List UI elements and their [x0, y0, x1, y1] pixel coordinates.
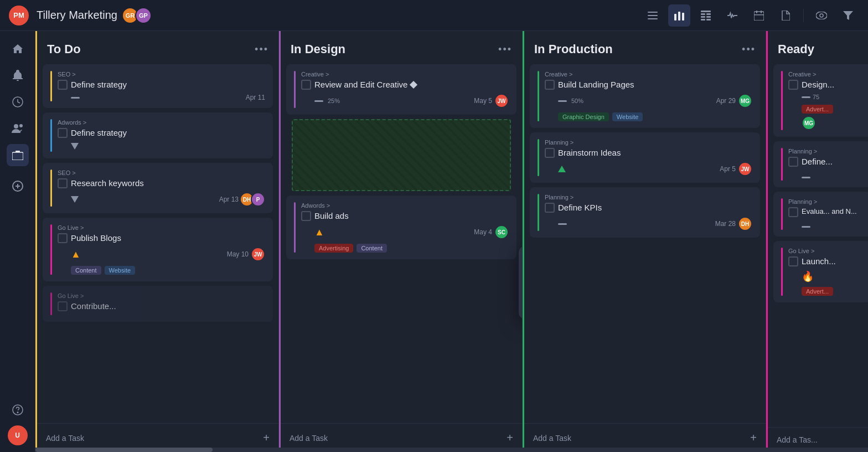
svg-rect-0: [648, 12, 658, 13]
task-date: Mar 28: [715, 220, 736, 228]
sidebar-add[interactable]: [7, 175, 29, 197]
tag: Website: [612, 112, 643, 121]
column-title-todo: To Do: [47, 42, 255, 56]
task-date: May 5: [474, 97, 492, 105]
task-card[interactable]: Creative > Review and Edit Creative: [286, 64, 516, 115]
task-card[interactable]: Planning > Define KPIs Mar 28: [530, 187, 760, 238]
task-title: Define KPIs: [558, 203, 752, 212]
task-category: Adwords >: [58, 119, 265, 126]
progress-indicator: [802, 96, 810, 98]
column-menu-indesign[interactable]: •••: [498, 44, 512, 55]
sidebar-home[interactable]: [7, 38, 29, 60]
task-checkbox[interactable]: [58, 178, 68, 188]
filter-btn[interactable]: [837, 4, 859, 27]
task-category: Creative >: [545, 71, 752, 78]
task-date: Apr 29: [716, 97, 736, 105]
pulse-view-btn[interactable]: [721, 4, 743, 27]
table-view-btn[interactable]: [695, 4, 717, 27]
task-date: Apr 13: [219, 196, 239, 203]
sidebar-team[interactable]: [7, 117, 29, 140]
priority-down-icon: [71, 196, 79, 203]
avatar: SC: [494, 225, 509, 239]
add-icon: +: [263, 432, 270, 444]
progress-indicator: [802, 177, 810, 178]
task-checkbox[interactable]: [545, 203, 555, 213]
tag: Graphic Design: [558, 112, 609, 121]
task-date: May 4: [474, 228, 492, 236]
task-title: Define...: [802, 157, 863, 166]
column-header-ready: Ready: [768, 31, 868, 64]
svg-rect-7: [701, 13, 705, 15]
avatar-gp[interactable]: GP: [135, 7, 152, 24]
eye-btn[interactable]: [810, 4, 833, 27]
column-header-indesign: In Design •••: [281, 31, 522, 64]
task-tags: Content Website: [71, 266, 265, 275]
sidebar-recent[interactable]: [7, 91, 29, 113]
column-menu-todo[interactable]: •••: [255, 44, 268, 55]
task-card[interactable]: Planning > Evalua... and N...: [773, 192, 868, 237]
column-title-inproduction: In Production: [534, 42, 742, 56]
sidebar-notifications[interactable]: [7, 64, 29, 86]
task-checkbox[interactable]: [788, 256, 798, 266]
calendar-view-btn[interactable]: [748, 4, 770, 27]
task-category: Go Live >: [58, 224, 265, 231]
task-checkbox[interactable]: [788, 207, 798, 217]
add-icon: +: [507, 432, 513, 444]
svg-rect-14: [756, 11, 757, 13]
task-checkbox[interactable]: [58, 233, 68, 243]
svg-rect-5: [682, 13, 684, 20]
user-avatar[interactable]: U: [8, 425, 28, 445]
task-card[interactable]: Planning > Define...: [773, 141, 868, 187]
priority-fire-icon: 🔥: [802, 271, 814, 282]
svg-rect-13: [754, 12, 764, 20]
task-card[interactable]: SEO > Define strategy Apr 11: [43, 64, 273, 108]
tag: Content: [356, 244, 387, 253]
task-checkbox[interactable]: [58, 80, 68, 90]
task-card[interactable]: SEO > Research keywords Ap: [43, 163, 273, 213]
priority-up-icon: ▲: [71, 249, 81, 260]
task-category: Go Live >: [58, 292, 265, 299]
task-checkbox[interactable]: [788, 80, 798, 90]
task-checkbox[interactable]: [545, 80, 555, 90]
priority-down-icon: [71, 143, 79, 150]
nav-icons: [642, 4, 859, 27]
task-card[interactable]: Adwords > Define strategy: [43, 112, 273, 158]
svg-rect-2: [648, 18, 658, 19]
column-header-inproduction: In Production •••: [524, 31, 766, 64]
task-checkbox[interactable]: [58, 128, 68, 138]
task-card[interactable]: Go Live > Contribute...: [43, 286, 273, 322]
task-card[interactable]: Creative > Build Landing Pages 50%: [530, 64, 760, 128]
column-title-indesign: In Design: [291, 42, 498, 56]
tag: Content: [71, 266, 101, 275]
task-checkbox[interactable]: [301, 211, 311, 221]
priority-up-icon: ▲: [314, 227, 324, 238]
nav-divider: [803, 9, 804, 22]
task-checkbox[interactable]: [545, 148, 555, 158]
file-view-btn[interactable]: [774, 4, 797, 27]
task-card[interactable]: Go Live > Launch... 🔥 Advert...: [773, 241, 868, 302]
column-header-todo: To Do •••: [37, 31, 278, 64]
task-card[interactable]: Adwords > Build ads ▲ May 4: [286, 196, 516, 259]
task-checkbox[interactable]: [788, 157, 798, 167]
column-ready: Ready Creative > Design...: [766, 31, 868, 452]
tag: Advert...: [802, 105, 833, 114]
task-card[interactable]: Go Live > Publish Blogs ▲ May 10: [43, 218, 273, 281]
column-scroll-todo: SEO > Define strategy Apr 11: [37, 64, 278, 423]
sidebar-help[interactable]: [7, 399, 29, 421]
svg-point-26: [17, 412, 18, 413]
task-avatars: DH P: [240, 192, 265, 207]
sidebar-projects[interactable]: [7, 144, 29, 166]
task-card[interactable]: Creative > Design... 75 Advert...: [773, 64, 868, 137]
board-view-btn[interactable]: [668, 4, 690, 27]
task-title: Review and Edit Creative: [314, 80, 509, 89]
task-checkbox[interactable]: [58, 301, 68, 311]
task-card[interactable]: Planning > Brainstorm Ideas Apr 5: [530, 132, 760, 183]
avatar: P: [251, 192, 265, 207]
board-scrollbar[interactable]: [35, 448, 868, 452]
scrollbar-thumb[interactable]: [35, 448, 213, 452]
list-view-btn[interactable]: [642, 4, 664, 27]
app-logo[interactable]: PM: [9, 6, 29, 25]
task-checkbox[interactable]: [301, 80, 311, 90]
column-menu-inproduction[interactable]: •••: [742, 44, 756, 55]
left-sidebar: U: [0, 31, 35, 452]
